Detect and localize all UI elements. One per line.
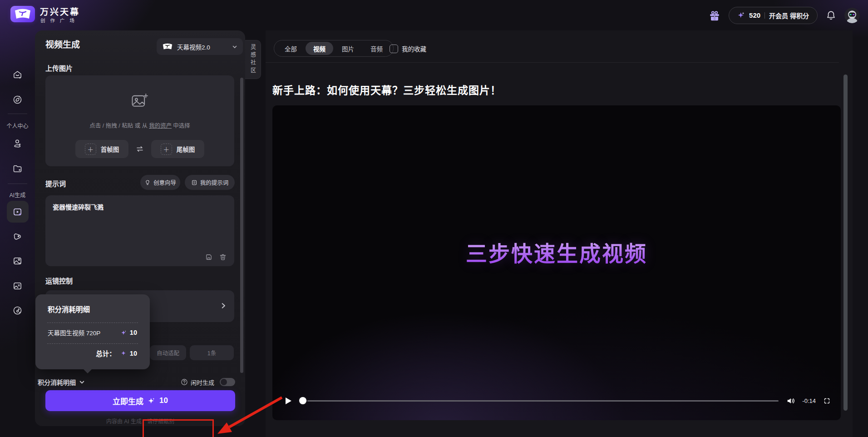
header-divider xyxy=(266,62,839,63)
home-icon[interactable] xyxy=(0,70,35,80)
my-prompts-button[interactable]: 我的提示词 xyxy=(185,175,235,190)
upload-hint: 点击 / 拖拽 / 粘贴 或 从我的资产中选择 xyxy=(45,121,234,129)
seek-track xyxy=(302,400,779,402)
left-sidebar: 个人中心 AI生成 xyxy=(0,30,35,437)
app-logo[interactable] xyxy=(10,6,35,22)
toggle-knob xyxy=(221,379,227,385)
profile-icon[interactable] xyxy=(0,138,35,149)
model-logo-icon xyxy=(162,43,173,50)
sparkle-icon xyxy=(121,330,127,336)
media-filter-tabs: 全部 视频 图片 音频 xyxy=(274,40,394,57)
tooltip-divider xyxy=(47,343,138,344)
notification-bell-icon[interactable] xyxy=(826,10,836,20)
time-remaining: -0:14 xyxy=(802,397,816,404)
seek-bar[interactable] xyxy=(299,400,779,402)
credit-balance: 520 xyxy=(749,11,760,19)
app-window: 万兴天幕 创 作 广 场 520 开会员 xyxy=(0,0,868,437)
clear-trash-icon[interactable] xyxy=(219,253,227,261)
assets-folder-icon[interactable] xyxy=(0,164,35,174)
tooltip-divider xyxy=(47,323,138,323)
prompt-input-card: 瓷器慢速碎裂飞溅 xyxy=(45,195,234,266)
tooltip-title: 积分消耗明细 xyxy=(48,304,90,314)
chevron-right-icon xyxy=(220,303,227,309)
prompt-section-label: 提示词 xyxy=(45,179,66,188)
sidebar-divider xyxy=(8,184,27,184)
top-header: 万兴天幕 创 作 广 场 520 开会员 xyxy=(0,0,868,30)
tooltip-total-row: 总计： 10 xyxy=(96,348,137,358)
idle-generation-toggle[interactable] xyxy=(220,378,235,386)
volume-icon[interactable] xyxy=(787,397,795,405)
main-scrollbar[interactable] xyxy=(843,74,848,411)
sidebar-section-personal: 个人中心 xyxy=(0,122,35,129)
video-generation-icon[interactable] xyxy=(0,207,35,217)
video-generation-panel: 视频生成 天幕视频2.0 上传图片 点击 / 拖拽 xyxy=(35,30,245,426)
tianmu-logo-icon xyxy=(14,8,32,20)
membership-link[interactable]: 开会员 得积分 xyxy=(769,11,809,20)
image-plus-icon xyxy=(131,93,148,108)
plus-icon: ＋ xyxy=(85,144,96,155)
tooltip-cost-row: 天幕图生视频 720P 10 xyxy=(48,328,137,337)
gesture-magic-icon[interactable] xyxy=(0,231,35,242)
image-edit-icon[interactable] xyxy=(0,281,35,291)
tab-audio[interactable]: 音频 xyxy=(363,42,390,55)
app-subtitle: 创 作 广 场 xyxy=(40,17,76,24)
output-count-button[interactable]: 1条 xyxy=(190,345,234,360)
credits-detail-toggle[interactable]: 积分消耗明细 xyxy=(38,377,85,387)
sidebar-section-ai: AI生成 xyxy=(0,191,35,199)
fullscreen-icon[interactable] xyxy=(823,397,831,405)
sparkle-icon xyxy=(121,350,127,356)
video-overlay-text: 三步快速生成视频 xyxy=(272,236,841,268)
play-icon[interactable] xyxy=(285,397,292,405)
upload-dropzone[interactable]: 点击 / 拖拽 / 粘贴 或 从我的资产中选择 ＋ 首帧图 ＋ 尾帧图 xyxy=(45,75,234,166)
last-frame-button[interactable]: ＋ 尾帧图 xyxy=(151,140,204,158)
sparkle-icon xyxy=(737,11,745,19)
pill-divider xyxy=(764,12,765,19)
annotation-highlight-box xyxy=(143,419,214,437)
model-selector[interactable]: 天幕视频2.0 xyxy=(157,38,243,55)
explore-compass-icon[interactable] xyxy=(0,94,35,105)
inspiration-community-tab[interactable]: 灵感社区 xyxy=(245,40,261,79)
user-avatar[interactable] xyxy=(844,8,860,23)
panel-scrollbar[interactable] xyxy=(240,78,243,373)
video-title: 新手上路：如何使用天幕？三步轻松生成图片！ xyxy=(272,82,501,97)
video-player[interactable]: 三步快速生成视频 -0:14 xyxy=(272,105,841,420)
tab-all[interactable]: 全部 xyxy=(277,42,305,55)
seek-handle[interactable] xyxy=(299,397,306,404)
auto-fit-button[interactable]: 自动适配 xyxy=(150,345,186,360)
chevron-down-icon xyxy=(232,44,237,50)
plus-icon: ＋ xyxy=(161,144,172,155)
tab-video[interactable]: 视频 xyxy=(306,42,333,55)
credits-tooltip: 积分消耗明细 天幕图生视频 720P 10 总计： 10 xyxy=(35,294,150,369)
sidebar-divider xyxy=(8,114,27,114)
camera-control-label: 运镜控制 xyxy=(45,276,73,285)
favorites-checkbox[interactable] xyxy=(390,45,398,53)
model-name: 天幕视频2.0 xyxy=(177,42,210,51)
generate-now-button[interactable]: 立即生成 10 xyxy=(45,390,235,411)
first-frame-button[interactable]: ＋ 首帧图 xyxy=(75,140,128,158)
favorites-label: 我的收藏 xyxy=(402,44,426,53)
question-circle-icon[interactable] xyxy=(181,378,188,386)
upload-section-label: 上传图片 xyxy=(45,63,73,73)
image-generation-icon[interactable] xyxy=(0,256,35,266)
credits-membership-pill[interactable]: 520 开会员 得积分 xyxy=(729,7,818,24)
save-draft-icon[interactable] xyxy=(205,253,213,261)
panel-title: 视频生成 xyxy=(45,38,80,50)
lightbulb-icon xyxy=(144,179,151,186)
annotation-arrow xyxy=(208,395,286,437)
gift-icon[interactable] xyxy=(709,10,720,21)
creative-guide-button[interactable]: 创意向导 xyxy=(140,175,180,190)
tab-image[interactable]: 图片 xyxy=(334,42,362,55)
prompt-input[interactable]: 瓷器慢速碎裂飞溅 xyxy=(45,195,234,246)
idle-generation-label: 闲时生成 xyxy=(191,378,214,387)
prompt-list-icon xyxy=(191,179,197,186)
chevron-down-icon xyxy=(79,379,85,385)
swap-frames-icon[interactable] xyxy=(136,146,143,152)
player-controls: -0:14 xyxy=(285,397,831,405)
audio-generation-icon[interactable] xyxy=(0,305,35,316)
sparkle-icon xyxy=(148,397,155,405)
app-title: 万兴天幕 xyxy=(40,5,80,17)
my-assets-link[interactable]: 我的资产 xyxy=(149,123,172,129)
